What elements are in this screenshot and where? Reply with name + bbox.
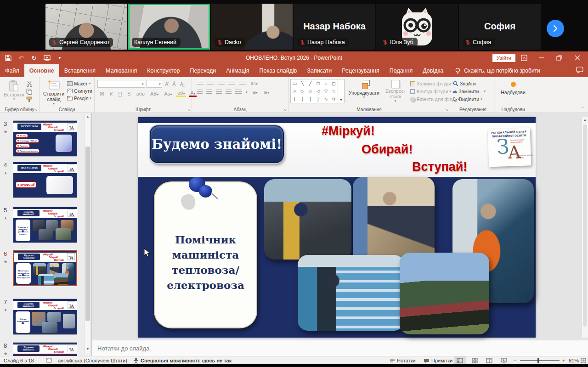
change-case-button[interactable]: Аа▾ — [163, 91, 173, 96]
accessibility-status[interactable]: Спеціальні можливості: щось не так — [141, 356, 232, 365]
restore-button[interactable] — [551, 51, 567, 64]
tab-slideshow[interactable]: Показ слайдів — [254, 64, 302, 77]
slide-indicator[interactable]: Слайд 6 з 18 — [4, 356, 34, 365]
select-button[interactable]: Виділити▾ — [452, 96, 494, 102]
slide-thumbnail-3[interactable]: ВСТУП 2026 #Міркуй!Обирай!Вступай! ЗА За… — [13, 120, 77, 157]
decrease-font-icon[interactable]: А̌ — [171, 81, 177, 87]
participant-tile-sergey[interactable]: Сергей Сидоренко — [45, 4, 127, 50]
tab-draw[interactable]: Малювання — [101, 64, 142, 77]
font-dialog-launcher[interactable]: ↘ — [187, 108, 190, 112]
scroll-up-icon[interactable]: ▲ — [85, 115, 90, 121]
participant-tile-sofia[interactable]: София София — [459, 4, 541, 50]
character-spacing-button[interactable]: АВ▾ — [149, 91, 160, 96]
increase-indent-icon[interactable] — [228, 81, 235, 86]
zoom-slider-handle[interactable] — [537, 358, 539, 363]
bullets-icon[interactable] — [197, 81, 204, 86]
quick-styles-button[interactable]: Експрес-стилі▾ — [384, 79, 407, 104]
paste-button[interactable]: Вставити▾ — [2, 79, 26, 102]
font-name-combo[interactable]: ▾ — [97, 80, 145, 88]
tab-help[interactable]: Довідка — [418, 64, 448, 77]
slide-thumbnail-7[interactable]: Будемо знайомі! #Міркуй!Обирай!Вступай! … — [13, 299, 77, 335]
paragraph-dialog-launcher[interactable]: ↘ — [283, 108, 287, 112]
slide-thumbnail-6-selected[interactable]: Будемо знайомі! #Міркуй!Обирай!Вступай! … — [13, 250, 77, 286]
tab-review[interactable]: Рецензування — [337, 64, 384, 77]
language-indicator[interactable]: англійська (Сполучені Штати) — [58, 356, 127, 365]
numbering-icon[interactable] — [207, 81, 214, 86]
justify-icon[interactable] — [226, 90, 232, 95]
align-right-icon[interactable] — [216, 90, 222, 95]
reset-button[interactable]: Скинути — [66, 88, 93, 94]
animation-star-icon[interactable]: ★ — [4, 216, 7, 220]
copy-icon[interactable] — [26, 89, 32, 95]
text-direction-icon[interactable]: ІІА▾ — [249, 81, 259, 86]
notes-pane[interactable]: Нотатки до слайда — [92, 340, 588, 356]
reading-view-button[interactable] — [483, 356, 495, 365]
sign-in-button[interactable]: Увійти — [492, 54, 515, 62]
new-slide-button[interactable]: Створити слайд▾ — [41, 79, 66, 107]
tab-insert[interactable]: Вставлення — [59, 64, 101, 77]
strikethrough-button[interactable]: S — [126, 91, 132, 96]
section-button[interactable]: Розділ▾ — [66, 95, 93, 102]
cut-icon[interactable] — [26, 81, 33, 87]
increase-font-icon[interactable]: А̂ — [164, 81, 170, 87]
format-painter-icon[interactable] — [26, 96, 32, 102]
underline-button[interactable]: П — [117, 91, 123, 96]
next-participants-button[interactable] — [547, 20, 564, 37]
slide-sorter-view-button[interactable] — [469, 356, 481, 365]
shapes-gallery[interactable]: ▭╲╱□○◻ △▷◇◁▽☆ (){}∿✩ ▼ — [290, 79, 345, 103]
accessibility-icon[interactable] — [133, 356, 139, 365]
tab-design[interactable]: Конструктор — [142, 64, 185, 77]
tab-animations[interactable]: Анімація — [221, 64, 254, 77]
scrollbar-thumb[interactable] — [583, 124, 587, 327]
drawing-dialog-launcher[interactable]: ↘ — [445, 108, 448, 112]
slideshow-view-button[interactable] — [498, 356, 510, 365]
profession-card[interactable]: Помічник машиніста тепловоза/ електровоз… — [154, 181, 257, 328]
highlight-color-button[interactable]: аб▾ — [176, 90, 186, 97]
animation-star-icon[interactable]: ★ — [4, 130, 7, 134]
clear-formatting-icon[interactable]: А͇ — [179, 81, 185, 87]
addins-button[interactable]: Надбудови — [498, 79, 528, 96]
participant-tile-kaplun[interactable]: Каплун Евгений — [128, 4, 210, 50]
align-text-icon[interactable]: ⊟▾ — [251, 90, 259, 95]
align-center-icon[interactable] — [206, 90, 212, 95]
normal-view-button[interactable] — [454, 356, 466, 365]
animation-star-icon[interactable]: ★ — [4, 260, 7, 264]
participant-tile-dacko[interactable]: Dacko — [211, 4, 293, 50]
animation-star-icon[interactable]: ★ — [4, 308, 7, 312]
clipboard-dialog-launcher[interactable]: ↘ — [34, 108, 38, 112]
decrease-indent-icon[interactable] — [218, 81, 225, 86]
scrollbar-thumb[interactable] — [85, 147, 90, 321]
collapse-ribbon-button[interactable]: ⌃ — [581, 106, 584, 111]
proofing-icon[interactable] — [46, 356, 52, 365]
bold-button[interactable]: Ж — [98, 91, 106, 96]
tab-home[interactable]: Основне — [24, 64, 59, 77]
editor-scrollbar[interactable]: ▲ — [582, 117, 588, 338]
columns-icon[interactable] — [235, 90, 242, 95]
tab-transitions[interactable]: Переходи — [185, 64, 221, 77]
slide-thumbnail-5[interactable]: Будемо знайомі! #Міркуй!Обирай!Вступай! … — [13, 207, 77, 243]
zoom-level[interactable]: 81% — [569, 356, 579, 365]
feedback-comment-icon[interactable] — [576, 67, 583, 75]
ribbon-display-options-button[interactable] — [516, 51, 532, 64]
zoom-out-button[interactable]: − — [514, 356, 516, 365]
tab-file[interactable]: Файл — [0, 64, 24, 77]
line-spacing-icon[interactable] — [239, 81, 246, 86]
notes-toggle[interactable]: Нотатки — [390, 356, 416, 365]
slide-canvas[interactable]: Будемо знайомі! #Міркуй! Обирай! Вступай… — [138, 117, 536, 338]
arrange-button[interactable]: Упорядкувати▾ — [347, 79, 381, 100]
replace-button[interactable]: abЗамінити▾ — [452, 88, 494, 95]
zoom-slider[interactable] — [520, 356, 560, 365]
scroll-up-icon[interactable]: ▲ — [582, 118, 588, 121]
scroll-down-icon[interactable]: ▼ — [85, 347, 90, 353]
find-button[interactable]: Знайти — [452, 80, 494, 87]
italic-button[interactable]: К — [108, 91, 114, 96]
participant-tile-yulia[interactable]: Юля Зуб — [376, 4, 458, 50]
slide-thumbnail-4[interactable]: ВСТУП 2026 #Міркуй!Обирай!Вступай! ЗА ПР… — [13, 162, 77, 198]
layout-button[interactable]: Макет▾ — [66, 80, 93, 87]
fit-slide-to-window-button[interactable] — [581, 356, 586, 365]
tab-record[interactable]: Записати — [302, 64, 337, 77]
close-button[interactable] — [570, 51, 585, 64]
animation-star-icon[interactable]: ★ — [4, 171, 7, 175]
smartart-convert-icon[interactable]: ⊞▾ — [263, 90, 271, 95]
align-left-icon[interactable] — [197, 90, 203, 95]
